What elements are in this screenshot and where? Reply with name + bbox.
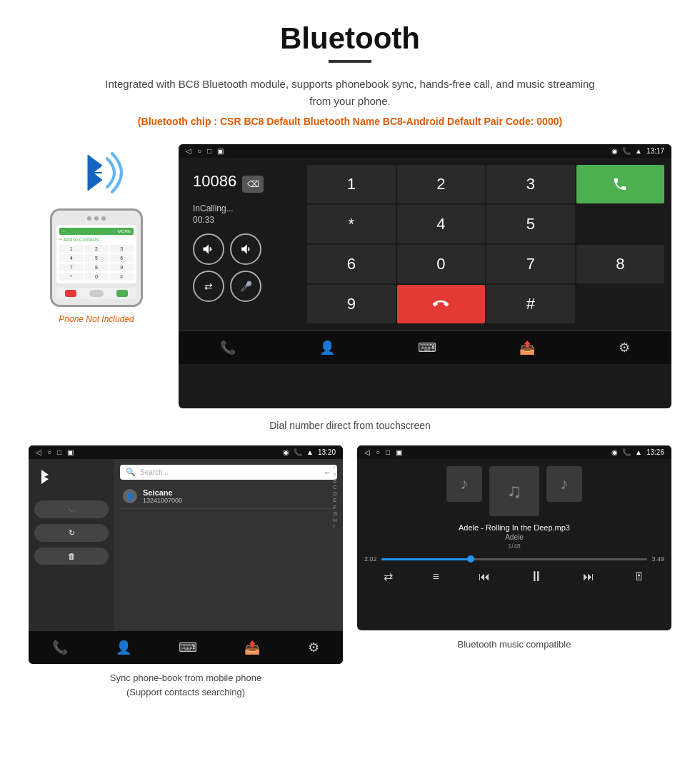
pb-time: 13:20 xyxy=(318,448,336,456)
music-status-bar: ◁○□▣ ◉📞▲ 13:26 xyxy=(357,445,671,459)
transfer-btn[interactable]: ⇄ xyxy=(193,271,224,302)
key-3[interactable]: 3 xyxy=(486,165,575,203)
music-controls: ⇄ ≡ ⏮ ⏸ ⏭ 🎚 xyxy=(364,568,664,585)
volume-down-btn[interactable] xyxy=(230,233,261,265)
pb-alphabet-list: *ABCDEFGHI xyxy=(334,465,337,530)
dial-number: 10086 xyxy=(193,172,236,191)
call-timer: 00:33 xyxy=(193,215,293,225)
key-2[interactable]: 2 xyxy=(397,165,486,203)
svg-marker-3 xyxy=(41,470,49,484)
key-9[interactable]: 9 xyxy=(307,285,396,323)
music-album-current: ♫ xyxy=(489,466,539,516)
phone-add-contact: + Add to Contacts xyxy=(59,237,134,242)
key-1[interactable]: 1 xyxy=(307,165,396,203)
description-text: Integrated with BC8 Bluetooth module, su… xyxy=(100,76,600,110)
music-total-time: 3:49 xyxy=(651,555,664,563)
answer-call-btn[interactable] xyxy=(576,165,665,203)
pb-content: 📞 ↻ 🗑 🔍 Search... ← xyxy=(29,459,343,630)
delete-btn[interactable]: ⌫ xyxy=(242,176,264,193)
pb-left-panel: 📞 ↻ 🗑 xyxy=(29,459,114,630)
music-artist: Adele xyxy=(364,533,664,541)
music-song-title: Adele - Rolling In the Deep.mp3 xyxy=(364,523,664,532)
nav-screenshot: ▣ xyxy=(217,147,224,155)
contact-name: Seicane xyxy=(143,488,182,497)
in-calling-label: InCalling... xyxy=(193,203,293,213)
nav-recent: □ xyxy=(207,147,211,155)
key-8[interactable]: 8 xyxy=(576,245,665,283)
calls-icon[interactable]: 📞 xyxy=(220,340,236,356)
key-4[interactable]: 4 xyxy=(397,205,486,243)
key-7[interactable]: 7 xyxy=(486,245,575,283)
android-bottom-bar: 📞 👤 ⌨ 📤 ⚙ xyxy=(179,331,671,364)
phone-not-included-label: Phone Not Included xyxy=(59,314,134,324)
contact-number: 13241007000 xyxy=(143,497,182,504)
music-progress-fill xyxy=(381,558,475,560)
key-star[interactable]: * xyxy=(307,205,396,243)
pb-contacts-icon[interactable]: 👤 xyxy=(116,640,131,655)
music-track-num: 1/48 xyxy=(364,543,664,550)
key-hash[interactable]: # xyxy=(486,285,575,323)
keypad-panel: 1 2 3 * 4 5 6 0 7 8 xyxy=(307,165,664,323)
svg-text:+: + xyxy=(210,247,213,252)
contact-row: 👤 Seicane 13241007000 xyxy=(120,484,337,509)
phone-mockup: ← MORE + Add to Contacts 123 456 789 *0# xyxy=(50,208,143,307)
music-album-next: ♪ xyxy=(546,466,582,502)
pb-caption: Sync phone-book from mobile phone(Suppor… xyxy=(29,671,343,699)
status-bar: ◁ ○ □ ▣ ◉ 📞 ▲ 13:17 xyxy=(179,144,671,158)
music-caption: Bluetooth music compatible xyxy=(357,637,671,652)
pb-delete-btn[interactable]: 🗑 xyxy=(34,548,109,565)
music-content: ♪ ♫ ♪ Adele - Rolling In the Deep.mp3 Ad… xyxy=(357,459,671,630)
dialpad-icon[interactable]: ⌨ xyxy=(418,340,436,356)
bluetooth-icon xyxy=(68,144,125,201)
search-placeholder: Search... xyxy=(140,468,169,476)
status-time: 13:17 xyxy=(646,147,664,155)
play-pause-btn[interactable]: ⏸ xyxy=(529,568,544,585)
music-item: ◁○□▣ ◉📞▲ 13:26 ♪ ♫ ♪ Adele - Rolling In … xyxy=(357,445,671,699)
contacts-icon[interactable]: 👤 xyxy=(319,340,335,356)
pb-bottom-bar: 📞 👤 ⌨ 📤 ⚙ xyxy=(29,630,343,664)
key-0[interactable]: 0 xyxy=(397,245,486,283)
dial-caption: Dial number direct from touchscreen xyxy=(29,420,671,431)
volume-up-btn[interactable]: + xyxy=(193,233,224,265)
key-6[interactable]: 6 xyxy=(307,245,396,283)
pb-call-btn[interactable]: 📞 xyxy=(34,500,109,518)
bottom-row: ◁○□▣ ◉📞▲ 13:20 📞 xyxy=(29,445,671,699)
equalizer-btn[interactable]: 🎚 xyxy=(634,570,645,583)
next-btn[interactable]: ⏭ xyxy=(583,570,594,583)
transfer-nav-icon[interactable]: 📤 xyxy=(519,340,535,356)
pb-settings-icon[interactable]: ⚙ xyxy=(308,640,319,655)
settings-nav-icon[interactable]: ⚙ xyxy=(619,340,630,356)
music-current-time: 2:02 xyxy=(364,555,377,563)
music-progress-dot xyxy=(467,555,474,563)
key-5[interactable]: 5 xyxy=(486,205,575,243)
music-time: 13:26 xyxy=(646,448,664,456)
wifi-icon: ▲ xyxy=(635,147,642,155)
pb-bluetooth-icon xyxy=(34,466,109,492)
page-title: Bluetooth xyxy=(29,21,671,56)
mute-btn[interactable]: 🎤 xyxy=(230,271,261,302)
phone-icon: 📞 xyxy=(622,147,631,155)
music-albums: ♪ ♫ ♪ xyxy=(364,466,664,516)
pb-sync-btn[interactable]: ↻ xyxy=(34,524,109,542)
pb-transfer-icon[interactable]: 📤 xyxy=(244,640,260,655)
dial-screen: ◁ ○ □ ▣ ◉ 📞 ▲ 13:17 10086 ⌫ xyxy=(179,144,671,408)
pb-status-bar: ◁○□▣ ◉📞▲ 13:20 xyxy=(29,445,343,459)
location-icon: ◉ xyxy=(611,147,618,155)
music-screen: ◁○□▣ ◉📞▲ 13:26 ♪ ♫ ♪ Adele - Rolling In … xyxy=(357,445,671,630)
end-call-btn[interactable] xyxy=(397,285,486,323)
contact-info: Seicane 13241007000 xyxy=(143,488,182,504)
shuffle-btn[interactable]: ⇄ xyxy=(384,570,393,583)
music-progress-bar[interactable] xyxy=(381,558,648,560)
prev-btn[interactable]: ⏮ xyxy=(479,570,490,583)
pb-back-icon: ← xyxy=(324,468,331,477)
specs-text: (Bluetooth chip : CSR BC8 Default Blueto… xyxy=(29,116,671,127)
pb-search-bar[interactable]: 🔍 Search... ← xyxy=(120,465,337,480)
pb-right-panel: 🔍 Search... ← 👤 Seicane 13241007000 xyxy=(114,459,343,630)
pb-calls-icon[interactable]: 📞 xyxy=(52,640,68,655)
menu-btn[interactable]: ≡ xyxy=(432,570,439,583)
pb-dialpad-icon[interactable]: ⌨ xyxy=(179,640,197,655)
nav-home: ○ xyxy=(197,147,201,155)
music-progress-row: 2:02 3:49 xyxy=(364,555,664,563)
search-icon: 🔍 xyxy=(126,468,136,477)
title-divider xyxy=(329,60,371,63)
